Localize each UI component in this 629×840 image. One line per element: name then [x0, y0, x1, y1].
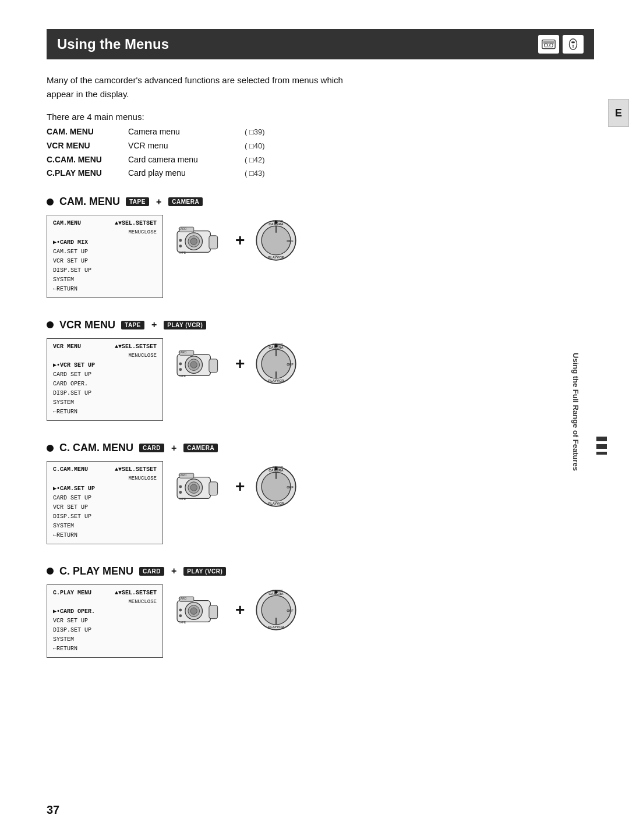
svg-rect-3 [543, 41, 554, 44]
section-content: CAM.MENU▲▼SEL.SETSET MENUCLOSE ▶•CARD MI… [47, 215, 594, 298]
section-content: C.PLAY MENU▲▼SEL.SETSET MENUCLOSE ▶•CARD… [47, 584, 594, 658]
section-cam-menu: CAM. MENU TAPE + CAMERA CAM.MENU▲▼SEL.SE… [47, 196, 594, 298]
header-icons [538, 35, 584, 54]
svg-point-11 [190, 238, 197, 244]
svg-point-48 [190, 484, 197, 491]
camera-dial-icon-cplay: CAMERA PLAYVCR OFF POWER [253, 587, 299, 633]
section-title: C. CAM. MENU CARD + CAMERA [47, 442, 594, 454]
section-tab: E [608, 99, 629, 127]
camera-dial-icon-vcr: CAMERA PLAYVCR OFF POWER [253, 341, 299, 387]
svg-point-4 [570, 39, 577, 50]
svg-text:TAPE: TAPE [179, 375, 186, 378]
menu-screen-ccam: C.CAM.MENU▲▼SEL.SETSET MENUCLOSE ▶•CAM.S… [47, 461, 163, 544]
menu-list-item: C.PLAY MENU Card play menu ( □43) [47, 166, 594, 180]
section-title: C. PLAY MENU CARD + PLAY (VCR) [47, 565, 594, 577]
menu-list-title: There are 4 main menus: [47, 112, 594, 122]
section-c-cam-menu: C. CAM. MENU CARD + CAMERA C.CAM.MENU▲▼S… [47, 442, 594, 544]
side-decoration [596, 437, 607, 455]
badge-tape: TAPE [121, 321, 144, 329]
svg-text:POWER: POWER [273, 220, 284, 223]
svg-rect-72 [209, 605, 218, 619]
svg-text:CARD: CARD [179, 228, 187, 231]
svg-point-70 [179, 608, 182, 611]
menu-list-item: CAM. MENU Camera menu ( □39) [47, 125, 594, 139]
section-c-play-menu: C. PLAY MENU CARD + PLAY (VCR) C.PLAY ME… [47, 565, 594, 658]
svg-point-33 [179, 362, 182, 365]
camcorder-body-icon: CARD TAPE [175, 220, 227, 261]
svg-point-52 [179, 485, 182, 488]
svg-rect-35 [209, 359, 218, 373]
svg-text:PLAYVCR: PLAYVCR [268, 379, 285, 382]
svg-text:TAPE: TAPE [179, 498, 186, 501]
section-name: C. PLAY MENU [59, 565, 133, 577]
plus-large-icon: + [235, 601, 245, 619]
tab-label: E [615, 107, 622, 119]
badge-camera-2: CAMERA [183, 444, 218, 452]
badge-play-vcr: PLAY (VCR) [164, 321, 206, 329]
svg-point-6 [573, 45, 574, 46]
svg-text:OFF: OFF [287, 485, 294, 489]
vcr-diagram-area: CARD TAPE + CAMERA PLAYVCR OFF POWER [175, 341, 299, 387]
bullet-icon [47, 199, 54, 205]
svg-text:CARD: CARD [179, 474, 187, 477]
svg-point-34 [179, 368, 182, 371]
intro-text: Many of the camcorder's advanced functio… [47, 73, 466, 101]
remote-icon-box [563, 35, 584, 54]
plus-sign: + [171, 443, 176, 453]
svg-point-15 [179, 239, 182, 242]
svg-text:TAPE: TAPE [179, 621, 186, 624]
bullet-icon [47, 321, 54, 328]
badge-camera: CAMERA [168, 197, 203, 206]
bullet-icon [47, 445, 54, 452]
bullet-icon [47, 568, 54, 575]
side-line [596, 452, 607, 455]
menu-screen-cam: CAM.MENU▲▼SEL.SETSET MENUCLOSE ▶•CARD MI… [47, 215, 163, 298]
camcorder-body-icon-vcr: CARD TAPE [175, 343, 227, 384]
svg-point-71 [179, 614, 182, 617]
camcorder-body-icon-ccam: CARD TAPE [175, 466, 227, 507]
section-name: C. CAM. MENU [59, 442, 133, 454]
menu-screen-cplay: C.PLAY MENU▲▼SEL.SETSET MENUCLOSE ▶•CARD… [47, 584, 163, 658]
plus-large-icon: + [235, 355, 245, 373]
section-content: VCR MENU▲▼SEL.SETSET MENUCLOSE ▶•VCR SET… [47, 338, 594, 421]
svg-text:OFF: OFF [287, 608, 294, 612]
section-name: CAM. MENU [59, 196, 120, 208]
svg-text:OFF: OFF [287, 239, 294, 243]
svg-point-29 [190, 361, 197, 368]
section-title: CAM. MENU TAPE + CAMERA [47, 196, 594, 208]
side-line [596, 444, 607, 449]
plus-sign: + [171, 566, 176, 576]
svg-text:POWER: POWER [273, 590, 284, 593]
badge-play-vcr-2: PLAY (VCR) [183, 567, 226, 576]
svg-text:TAPE: TAPE [179, 251, 186, 254]
remote-icon [566, 37, 581, 52]
svg-point-53 [179, 491, 182, 494]
menu-list: There are 4 main menus: CAM. MENU Camera… [47, 112, 594, 180]
badge-card-2: CARD [139, 567, 164, 576]
svg-point-16 [179, 245, 182, 248]
plus-large-icon: + [235, 477, 245, 496]
cam-diagram-area: CARD TAPE + CAMERA [175, 217, 299, 264]
page-header: Using the Menus [47, 29, 594, 59]
cplay-diagram-area: CARD TAPE + CAMERA PLAYVCR OFF POWER [175, 587, 299, 633]
page: E Using the Full Range of Features Using… [0, 0, 629, 840]
side-line [596, 437, 607, 441]
plus-sign: + [151, 320, 157, 330]
svg-text:CARD: CARD [179, 351, 187, 354]
svg-rect-17 [209, 236, 218, 249]
camcorder-body-icon-cplay: CARD TAPE [175, 590, 227, 630]
svg-point-66 [190, 608, 197, 614]
page-number: 37 [47, 803, 59, 817]
badge-card: CARD [139, 444, 164, 452]
svg-text:OFF: OFF [287, 362, 294, 366]
svg-text:CARD: CARD [179, 597, 187, 600]
svg-text:POWER: POWER [273, 343, 284, 346]
camera-dial-icon-ccam: CAMERA PLAYVCR OFF POWER [253, 463, 299, 510]
svg-rect-5 [571, 41, 575, 43]
svg-text:PLAYVCR: PLAYVCR [268, 625, 285, 629]
plus-large-icon: + [235, 231, 245, 250]
svg-text:PLAYVCR: PLAYVCR [268, 502, 285, 505]
sidebar-label: Using the Full Range of Features [571, 353, 580, 471]
svg-point-7 [573, 47, 574, 48]
ccam-diagram-area: CARD TAPE + CAMERA PLAYVCR OFF POWER [175, 463, 299, 510]
